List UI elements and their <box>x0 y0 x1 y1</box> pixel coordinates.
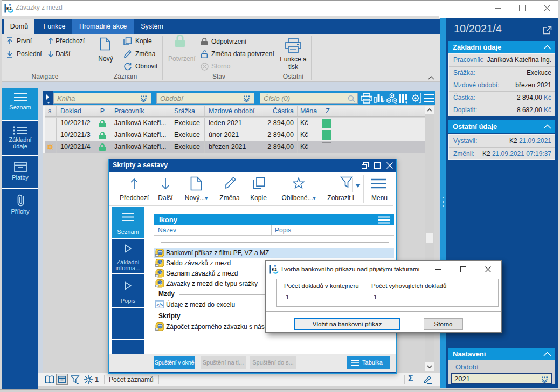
svg-text:K2: K2 <box>272 267 277 272</box>
svg-text:K2: K2 <box>6 6 12 11</box>
svg-text:</>: </> <box>156 302 163 308</box>
